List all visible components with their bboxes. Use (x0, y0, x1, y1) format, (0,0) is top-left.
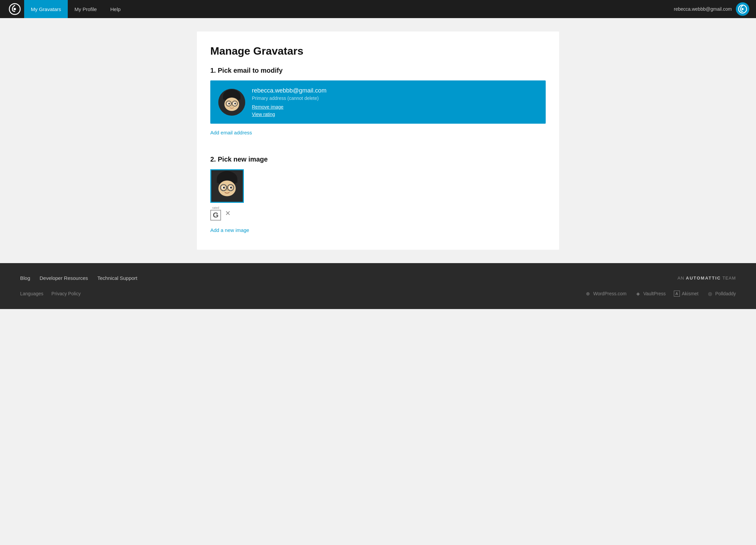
remove-image-icon[interactable]: ✕ (225, 209, 231, 217)
nav-my-gravatars[interactable]: My Gravatars (24, 0, 68, 18)
footer-languages-link[interactable]: Languages (20, 291, 43, 296)
image-picker: rated G ✕ Add a new image (210, 169, 546, 233)
vaultpress-icon: ◈ (635, 290, 641, 297)
partner-akismet[interactable]: A Akismet (674, 291, 699, 297)
rating-row: rated G ✕ (210, 206, 546, 221)
rating-letter: G (210, 210, 221, 221)
footer-blog-link[interactable]: Blog (20, 275, 30, 281)
add-new-image-link[interactable]: Add a new image (210, 227, 546, 233)
akismet-icon: A (674, 291, 680, 297)
partner-wordpress[interactable]: ⊕ WordPress.com (585, 290, 627, 297)
page-wrapper: Manage Gravatars 1. Pick email to modify (177, 18, 579, 263)
rating-badge: rated G (210, 206, 221, 221)
footer-nav: Blog Developer Resources Technical Suppo… (20, 275, 138, 281)
partner-polldaddy-label: Polldaddy (715, 291, 736, 296)
svg-point-7 (224, 98, 239, 111)
partner-vaultpress-label: VaultPress (643, 291, 666, 296)
footer-partners: ⊕ WordPress.com ◈ VaultPress A Akismet ◎… (585, 290, 736, 297)
footer-top: Blog Developer Resources Technical Suppo… (20, 275, 736, 281)
header: My Gravatars My Profile Help rebecca.web… (0, 0, 756, 18)
remove-image-link[interactable]: Remove image (252, 104, 326, 110)
email-info: rebecca.webbb@gmail.com Primary address … (252, 87, 326, 117)
main-nav: My Gravatars My Profile Help (24, 0, 127, 18)
selected-image-thumb[interactable] (210, 169, 244, 203)
add-email-link[interactable]: Add email address (210, 130, 252, 135)
header-avatar[interactable] (736, 2, 749, 16)
gravatar-logo (7, 1, 23, 17)
section2-title: 2. Pick new image (210, 156, 546, 163)
svg-point-25 (223, 187, 225, 189)
wordpress-icon: ⊕ (585, 290, 591, 297)
footer: Blog Developer Resources Technical Suppo… (0, 263, 756, 309)
nav-my-profile[interactable]: My Profile (68, 0, 104, 18)
svg-point-15 (231, 105, 232, 106)
section1-title: 1. Pick email to modify (210, 67, 546, 74)
svg-point-27 (226, 190, 228, 191)
svg-point-14 (234, 103, 236, 104)
header-user-email: rebecca.webbb@gmail.com (674, 6, 732, 12)
svg-point-1 (13, 8, 16, 10)
partner-vaultpress[interactable]: ◈ VaultPress (635, 290, 666, 297)
email-primary-notice: Primary address (cannot delete) (252, 96, 326, 101)
footer-privacy-link[interactable]: Privacy Policy (51, 291, 80, 296)
partner-polldaddy[interactable]: ◎ Polldaddy (707, 290, 736, 297)
footer-secondary-nav: Languages Privacy Policy (20, 291, 80, 296)
footer-support-link[interactable]: Technical Support (97, 275, 137, 281)
footer-bottom: Languages Privacy Policy ⊕ WordPress.com… (20, 290, 736, 297)
avatar (218, 89, 245, 116)
email-card: rebecca.webbb@gmail.com Primary address … (210, 80, 546, 124)
partner-wordpress-label: WordPress.com (593, 291, 627, 296)
svg-point-3 (742, 8, 744, 10)
svg-point-13 (228, 103, 230, 104)
email-address: rebecca.webbb@gmail.com (252, 87, 326, 94)
svg-point-19 (218, 181, 236, 196)
nav-help[interactable]: Help (104, 0, 127, 18)
rated-text: rated (212, 206, 219, 210)
partner-akismet-label: Akismet (682, 291, 699, 296)
footer-brand: AN AUTOMATTIC TEAM (678, 276, 736, 281)
content-card: Manage Gravatars 1. Pick email to modify (197, 32, 559, 250)
svg-point-26 (230, 187, 232, 189)
view-rating-link[interactable]: View rating (252, 112, 326, 117)
page-title: Manage Gravatars (210, 45, 546, 57)
polldaddy-icon: ◎ (707, 290, 713, 297)
footer-developer-link[interactable]: Developer Resources (40, 275, 88, 281)
